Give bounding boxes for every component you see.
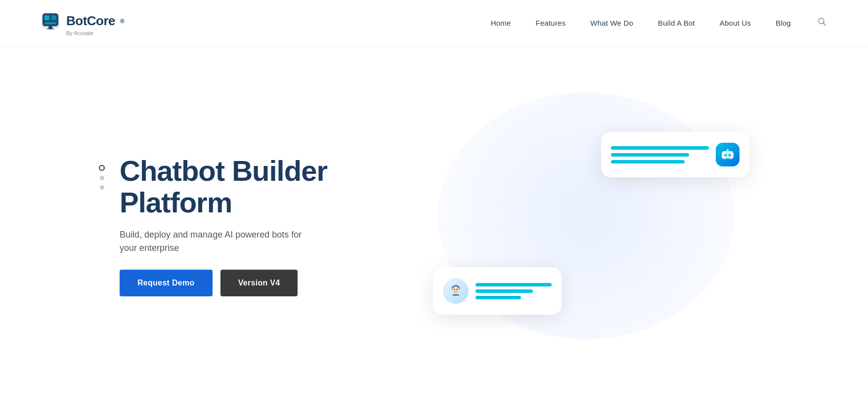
- request-demo-button[interactable]: Request Demo: [120, 270, 213, 296]
- svg-point-15: [729, 154, 731, 157]
- svg-rect-3: [51, 15, 56, 20]
- hero-title: Chatbot Builder Platform: [120, 155, 413, 218]
- chat-line-1: [476, 283, 552, 286]
- nav-home[interactable]: Home: [491, 19, 511, 27]
- bot-line-2: [611, 153, 689, 157]
- svg-point-12: [456, 289, 457, 290]
- chat-card-person: [433, 267, 562, 315]
- hero-left: Chatbot Builder Platform Build, deploy a…: [99, 155, 413, 296]
- svg-rect-4: [44, 22, 56, 24]
- bot-line-3: [611, 160, 685, 163]
- botcore-logo-icon: [40, 10, 61, 32]
- nav-build-a-bot[interactable]: Build A Bot: [658, 19, 695, 27]
- logo-subtitle: By Acuvate: [66, 30, 93, 36]
- svg-rect-13: [722, 151, 734, 159]
- nav-what-we-do[interactable]: What We Do: [590, 19, 633, 27]
- chat-line-2: [476, 289, 533, 293]
- svg-point-10: [452, 286, 459, 293]
- nav-features[interactable]: Features: [536, 19, 566, 27]
- chat-line-3: [476, 296, 521, 299]
- logo-registered: ®: [120, 18, 125, 25]
- nav-about-us[interactable]: About Us: [720, 19, 751, 27]
- svg-line-8: [824, 23, 826, 26]
- hero-section: Chatbot Builder Platform Build, deploy a…: [0, 46, 868, 405]
- slide-indicators: [99, 155, 105, 190]
- svg-rect-2: [44, 15, 49, 20]
- logo-area[interactable]: BotCore® By Acuvate: [40, 10, 125, 36]
- avatar-circle: [443, 278, 469, 304]
- bot-chat-lines: [611, 146, 709, 163]
- hero-buttons: Request Demo Version V4: [120, 270, 413, 296]
- svg-point-14: [725, 154, 727, 157]
- svg-point-11: [454, 289, 455, 290]
- svg-rect-6: [46, 28, 54, 30]
- search-button[interactable]: [816, 15, 828, 31]
- hero-subtitle: Build, deploy and manage AI powered bots…: [120, 228, 317, 255]
- logo-text: BotCore: [66, 13, 115, 29]
- search-icon: [818, 17, 826, 26]
- version-button[interactable]: Version V4: [220, 270, 298, 296]
- site-header: BotCore® By Acuvate Home Features What W…: [0, 0, 868, 46]
- slide-dot-1[interactable]: [99, 165, 105, 171]
- hero-illustration: [413, 107, 759, 344]
- person-avatar-icon: [448, 283, 464, 299]
- bot-avatar-icon: [721, 149, 735, 160]
- nav-blog[interactable]: Blog: [776, 19, 791, 27]
- person-chat-lines: [476, 283, 552, 299]
- slide-dot-3[interactable]: [100, 185, 104, 190]
- bot-icon-circle: [716, 143, 739, 166]
- bot-line-1: [611, 146, 709, 150]
- chat-card-bot: [601, 132, 749, 177]
- main-nav: Home Features What We Do Build A Bot Abo…: [491, 15, 828, 31]
- slide-dot-2[interactable]: [100, 176, 104, 180]
- hero-content: Chatbot Builder Platform Build, deploy a…: [120, 155, 413, 296]
